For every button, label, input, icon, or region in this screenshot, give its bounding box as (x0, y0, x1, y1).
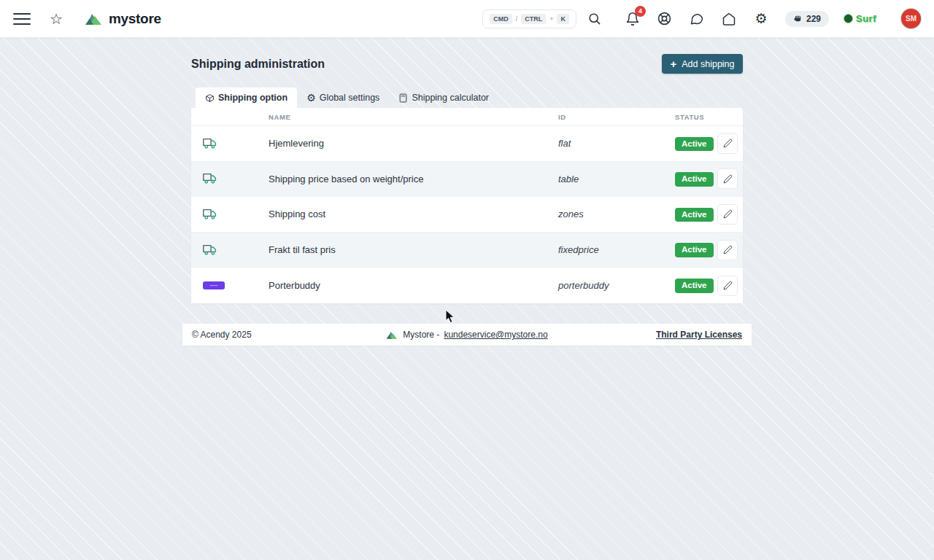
surf-label: Surf (856, 13, 876, 24)
third-party-licenses-link[interactable]: Third Party Licenses (656, 330, 742, 340)
credits-count: 229 (806, 14, 821, 24)
add-shipping-button[interactable]: + Add shipping (662, 54, 743, 74)
truck-icon (203, 173, 217, 184)
settings-gear-icon[interactable]: ⚙ (753, 11, 769, 27)
footer-email-link[interactable]: kundeservice@mystore.no (444, 330, 547, 340)
table-row[interactable]: Shipping cost zones Active (191, 197, 743, 233)
mouse-cursor (445, 310, 457, 324)
shipping-id: flat (558, 138, 675, 149)
support-lifebuoy-icon[interactable] (657, 11, 673, 27)
edit-button[interactable] (717, 204, 738, 225)
surf-widget[interactable]: Surf (844, 13, 876, 24)
notifications-bell-icon[interactable]: 4 (625, 11, 641, 27)
footer-copyright: © Acendy 2025 (192, 330, 338, 340)
notification-count-badge: 4 (635, 6, 646, 17)
status-badge: Active (675, 208, 714, 222)
mystore-footer-logo-icon (386, 330, 398, 341)
edit-button[interactable] (717, 133, 738, 154)
edit-button[interactable] (717, 168, 738, 189)
column-header-name: NAME (269, 113, 558, 121)
truck-icon (203, 138, 217, 149)
search-icon[interactable] (587, 11, 603, 27)
truck-icon (203, 244, 217, 256)
fist-icon (793, 14, 803, 23)
edit-button[interactable] (717, 276, 738, 296)
table-row[interactable]: Frakt til fast pris fixedprice Active (191, 233, 743, 268)
table-row[interactable]: ▪▪▪▪▪▪ Porterbuddy porterbuddy Active (191, 268, 743, 303)
table-header: NAME ID STATUS (191, 108, 743, 126)
shipping-name: Shipping cost (269, 209, 558, 219)
shipping-name: Shipping price based on weight/price (269, 174, 558, 184)
tab-shipping-option[interactable]: Shipping option (196, 88, 297, 108)
key-k: K (557, 14, 569, 24)
calculator-icon (398, 93, 408, 103)
hamburger-menu-icon[interactable] (13, 13, 31, 25)
shipping-id: table (558, 174, 675, 184)
status-badge: Active (675, 172, 714, 187)
pencil-icon (723, 209, 733, 219)
column-header-status: STATUS (675, 113, 717, 121)
truck-icon (203, 209, 217, 220)
key-ctrl: CTRL (521, 14, 546, 24)
page-title: Shipping administration (191, 58, 325, 71)
shipping-id: fixedprice (558, 244, 675, 255)
app-viewport: ☆ mystore CMD / CTRL + K 4 (0, 0, 934, 560)
top-bar: ☆ mystore CMD / CTRL + K 4 (0, 0, 934, 38)
surf-icon (844, 14, 853, 23)
tab-global-settings[interactable]: ⚙ Global settings (297, 88, 389, 108)
status-badge: Active (675, 279, 714, 293)
credits-pill[interactable]: 229 (785, 11, 829, 27)
status-badge: Active (675, 137, 714, 152)
footer: © Acendy 2025 Mystore - kundeservice@mys… (182, 324, 752, 346)
favorite-star-icon[interactable]: ☆ (50, 12, 63, 26)
edit-button[interactable] (717, 240, 738, 260)
shipping-options-card: NAME ID STATUS Hjemlevering flat Active (191, 108, 743, 303)
key-cmd: CMD (490, 14, 512, 24)
tab-bar: Shipping option ⚙ Global settings Shippi… (191, 88, 498, 108)
pencil-icon (723, 174, 733, 184)
shipping-id: porterbuddy (558, 280, 675, 291)
column-header-id: ID (558, 113, 675, 121)
pencil-icon (723, 281, 733, 290)
pencil-icon (723, 245, 733, 254)
search-shortcut-box[interactable]: CMD / CTRL + K (482, 9, 576, 28)
table-row[interactable]: Hjemlevering flat Active (191, 126, 743, 162)
avatar-initials: SM (906, 15, 916, 23)
porterbuddy-logo: ▪▪▪▪▪▪ (203, 281, 225, 289)
mystore-logo-icon (85, 11, 104, 27)
table-row[interactable]: Shipping price based on weight/price tab… (191, 162, 743, 198)
shipping-name: Hjemlevering (269, 138, 558, 149)
chat-bubble-icon[interactable] (689, 11, 705, 27)
footer-brand: Mystore - (403, 330, 439, 340)
status-badge: Active (675, 243, 714, 257)
shipping-name: Porterbuddy (269, 280, 558, 291)
pencil-icon (723, 139, 733, 148)
home-icon[interactable] (721, 11, 737, 27)
package-icon (205, 93, 215, 103)
gear-icon: ⚙ (306, 93, 316, 103)
mystore-logo[interactable]: mystore (85, 11, 161, 27)
user-avatar[interactable]: SM (901, 9, 921, 28)
plus-icon: + (670, 58, 676, 69)
shipping-id: zones (558, 209, 675, 219)
tab-shipping-calculator[interactable]: Shipping calculator (389, 88, 498, 108)
shipping-name: Frakt til fast pris (269, 244, 558, 255)
mystore-logo-text: mystore (109, 11, 161, 27)
